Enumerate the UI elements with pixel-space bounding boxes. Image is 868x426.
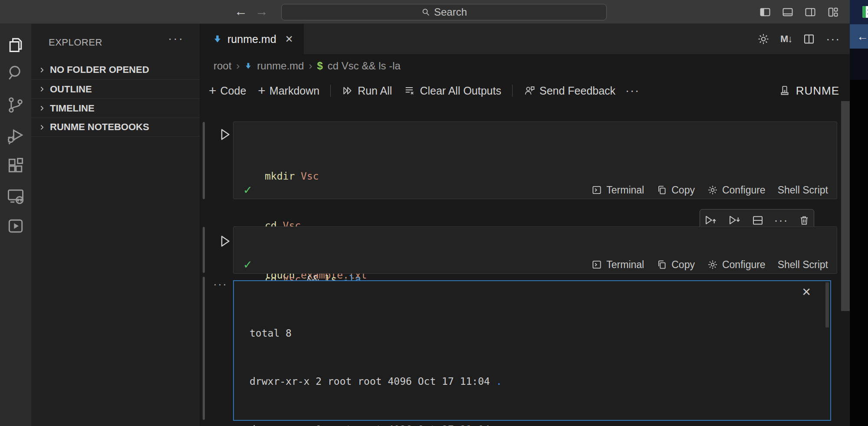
section-label: OUTLINE [50,84,92,95]
code-cell[interactable]: mkdir Vsc cd Vsc touch example.txt ✓ Ter… [233,121,837,199]
search-icon [421,7,431,17]
terminal-button[interactable]: Terminal [591,259,644,271]
add-code-label: Code [220,85,247,97]
output-scrollbar-thumb[interactable] [825,282,829,328]
output-more-actions[interactable]: ··· [213,278,227,291]
customize-layout-icon[interactable] [826,6,839,18]
execute-below-icon[interactable] [727,213,741,227]
section-label: NO FOLDER OPENED [50,64,149,75]
copy-button[interactable]: Copy [656,184,695,196]
cell-focus-indicator[interactable] [203,122,205,199]
command-center-search[interactable]: Search [281,4,607,20]
breadcrumb-command[interactable]: cd Vsc && ls -la [328,60,401,72]
plus-icon: + [258,85,266,96]
vscode-window: ← → Search [0,0,868,426]
breadcrumb-root[interactable]: root [214,60,231,72]
terminal-output-text: total 8 drwxr-xr-x 2 root root 4096 Oct … [250,293,562,426]
run-cell-button[interactable] [217,233,232,249]
cell-status-bar: ✓ Terminal Copy Configure Shell Script [233,181,837,199]
run-and-debug-icon[interactable] [6,127,25,146]
chevron-right-icon [38,66,46,74]
explorer-sidebar: EXPLORER ··· NO FOLDER OPENED OUTLINE TI… [31,24,200,426]
sidebar-section-outline[interactable]: OUTLINE [31,79,200,98]
execute-above-icon[interactable] [704,213,717,227]
gear-icon [707,184,718,196]
toggle-primary-sidebar-icon[interactable] [759,6,772,18]
run-all-label: Run All [358,85,392,97]
sidebar-section-timeline[interactable]: TIMELINE [31,98,200,118]
extensions-icon[interactable] [6,156,25,175]
terminal-icon [591,259,602,270]
source-control-icon[interactable] [6,95,25,115]
toolbar-divider [512,85,513,97]
chevron-right-icon [38,105,46,112]
tab-close-icon[interactable]: ✕ [285,33,293,45]
cell-more-actions-icon[interactable]: ··· [774,214,789,227]
back-arrow-icon: ← [857,30,868,43]
gear-icon[interactable] [757,33,770,46]
breadcrumb-separator: › [309,60,312,72]
activity-bar [0,24,31,426]
send-feedback-label: Send Feedback [539,85,615,97]
feedback-icon [523,85,536,97]
search-view-icon[interactable] [6,63,25,82]
runme-view-icon[interactable] [6,216,25,236]
configure-button[interactable]: Configure [707,259,766,271]
runme-label: RUNME [796,84,839,98]
output-line: drwxr-xr-x 2 root root 4096 Oct 17 11:04… [250,374,562,390]
shell-script-label: Shell Script [778,259,828,271]
send-feedback-button[interactable]: Send Feedback [523,85,615,97]
delete-cell-icon[interactable] [798,214,810,226]
sidebar-more-actions[interactable]: ··· [168,32,184,46]
code-cell[interactable]: cd Vsc && ls -la ✓ Terminal Copy Configu… [233,226,837,274]
toggle-secondary-sidebar-icon[interactable] [804,6,817,18]
add-markdown-cell-button[interactable]: + Markdown [258,85,319,97]
tab-runme-md[interactable]: runme.md ✕ [200,24,304,54]
history-back-button[interactable]: ← [234,3,247,19]
run-all-icon [342,85,354,97]
sidebar-section-runme-notebooks[interactable]: RUNME NOTEBOOKS [31,118,200,137]
close-output-icon[interactable]: ✕ [802,285,811,299]
run-cell-button[interactable] [217,127,232,142]
cell-focus-indicator[interactable] [203,227,205,273]
configure-button[interactable]: Configure [707,184,766,196]
clear-all-label: Clear All Outputs [420,85,501,97]
background-window-titlebar: 1 [850,0,868,24]
add-code-cell-button[interactable]: + Code [209,85,246,97]
copy-icon [656,259,667,270]
copy-icon [656,184,667,196]
clear-all-outputs-button[interactable]: Clear All Outputs [404,85,501,97]
history-forward-button[interactable]: → [255,3,268,19]
tab-label: runme.md [227,33,276,46]
markdown-file-icon [244,62,252,70]
terminal-output[interactable]: total 8 drwxr-xr-x 2 root root 4096 Oct … [233,280,831,421]
add-markdown-label: Markdown [270,85,319,97]
background-window-toolbar: ← [850,24,868,49]
markdown-file-icon [213,34,222,44]
run-all-button[interactable]: Run All [342,85,392,97]
explorer-icon[interactable] [6,35,25,54]
copy-button[interactable]: Copy [656,259,695,271]
terminal-button[interactable]: Terminal [591,184,644,196]
background-window-strip: 1 ← [850,0,868,426]
editor-more-actions-icon[interactable]: ··· [826,33,840,46]
section-label: RUNME NOTEBOOKS [50,121,149,133]
breadcrumb-file[interactable]: runme.md [257,60,304,72]
remote-explorer-icon[interactable] [6,187,25,206]
toolbar-more-icon[interactable]: ··· [625,84,640,98]
gear-icon [707,259,718,270]
editor-scrollbar-thumb[interactable] [841,101,851,311]
output-line: total 8 [250,325,562,341]
chevron-right-icon [38,85,46,93]
toggle-panel-icon[interactable] [781,6,794,18]
cell-focus-indicator[interactable] [203,277,205,420]
cell-status-bar: ✓ Terminal Copy Configure Shell Script [233,256,837,273]
split-cell-icon[interactable] [751,214,764,227]
shell-script-label: Shell Script [778,184,828,196]
open-preview-icon[interactable]: M↓ [780,33,792,45]
search-placeholder: Search [434,6,467,18]
title-bar: ← → Search [0,0,850,24]
split-editor-icon[interactable] [802,33,815,46]
sidebar-section-no-folder-opened[interactable]: NO FOLDER OPENED [31,60,200,79]
breadcrumb-separator: › [236,60,240,72]
